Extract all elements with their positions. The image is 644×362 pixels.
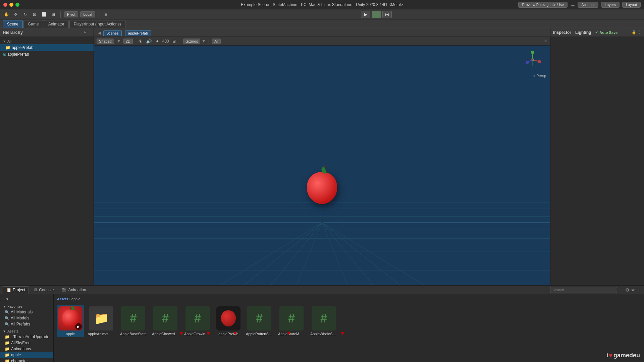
tab-project[interactable]: 📋 Project <box>3 286 29 294</box>
scene-audio-icon[interactable]: 🔊 <box>145 38 153 45</box>
close-button[interactable] <box>3 3 7 7</box>
sidebar-all-prefabs[interactable]: 🔍 All Prefabs <box>0 321 53 327</box>
sidebar-folder-apple[interactable]: 📁 apple <box>0 352 53 358</box>
hierarchy-root-item[interactable]: 📁 applePrefab <box>0 44 94 51</box>
layers-button[interactable]: Layers <box>601 2 620 8</box>
rotate-tool-icon[interactable]: ↻ <box>21 11 29 18</box>
preview-packages-button[interactable]: Preview Packages in Use <box>518 2 568 8</box>
asset-apple-whole[interactable]: # AppleWholeState <box>309 305 338 337</box>
svg-line-20 <box>175 77 322 223</box>
folder-apple-icon: 📁 <box>5 353 10 357</box>
asset-apple[interactable]: ▶ apple <box>57 305 84 337</box>
traffic-lights <box>3 3 19 7</box>
sidebar-folder-character[interactable]: 📁 character <box>0 358 53 362</box>
watermark-heart-icon: ♥ <box>609 352 613 359</box>
bottom-panel-icons: ⚙ ★ ⋮ <box>625 287 641 293</box>
scene-search-icon[interactable]: ✕ <box>544 39 547 44</box>
sidebar-arrow-icon[interactable]: ▼ <box>6 297 9 301</box>
asset-apple-thumb: ▶ <box>58 306 83 330</box>
tab-console[interactable]: 🖥 Console <box>30 287 57 293</box>
console-tab-label: Console <box>39 288 54 292</box>
asset-chewed-thumb: # <box>153 306 177 330</box>
all-models-label: All Models <box>11 316 29 320</box>
account-button[interactable]: Account <box>578 2 598 8</box>
asset-apple-rotten[interactable]: # AppleRottenState <box>245 305 274 337</box>
asset-apple-growing[interactable]: # AppleGrowingSta... <box>183 305 212 337</box>
shaded-button[interactable]: Shaded <box>97 39 114 44</box>
asset-apple-animations[interactable]: 📁 appleAnimations <box>87 305 116 337</box>
tab-playerinput[interactable]: PlayerInput (Input Actions) <box>69 20 125 28</box>
tab-game[interactable]: Game <box>23 20 43 28</box>
subtab-scenes[interactable]: Scenes <box>103 30 122 36</box>
asset-whole-thumb: # <box>312 306 336 330</box>
scene-light-icon[interactable]: ☀ <box>137 38 144 45</box>
inspector-menu-icon[interactable]: ⋮ <box>638 30 641 35</box>
play-overlay-icon[interactable]: ▶ <box>75 323 82 330</box>
local-button[interactable]: Local <box>80 11 95 17</box>
hierarchy-add-icon[interactable]: + <box>84 30 86 35</box>
scene-fx-icon[interactable]: ✦ <box>154 38 161 45</box>
gizmos-button[interactable]: Gizmos <box>183 39 200 44</box>
tab-animator[interactable]: Animator <box>44 20 69 28</box>
bottom-star-icon[interactable]: ★ <box>631 287 635 293</box>
inspector-lock-icon[interactable]: 🔒 <box>632 30 636 35</box>
svg-point-30 <box>538 60 541 63</box>
sidebar-all-models[interactable]: 🔍 All Models <box>0 315 53 321</box>
twod-button[interactable]: 2D <box>123 39 133 44</box>
scene-lighting-tools: ☀ 🔊 ✦ 480 ⊞ <box>137 38 178 45</box>
project-browser: + ▼ ▼ Favorites 🔍 All Materials 🔍 All Mo… <box>0 294 644 362</box>
asset-apple-base-state[interactable]: # AppleBaseState <box>119 305 148 337</box>
shaded-dropdown-icon[interactable]: ▼ <box>117 39 121 44</box>
sidebar-folder-animations[interactable]: 📁 Animations <box>0 346 53 352</box>
sidebar-toolbar: + ▼ <box>0 296 53 302</box>
bottom-settings-icon[interactable]: ⚙ <box>625 287 630 293</box>
lighting-label[interactable]: Lighting <box>575 30 591 35</box>
scale-tool-icon[interactable]: ⊡ <box>31 11 38 18</box>
folder-terrain-icon: 📁 <box>5 335 10 339</box>
sidebar-add-icon[interactable]: + <box>2 297 4 301</box>
gizmos-area: Gizmos ▼ | All <box>183 39 221 44</box>
maximize-button[interactable] <box>15 3 19 7</box>
search-input[interactable] <box>550 287 617 293</box>
gizmos-dropdown-icon[interactable]: ▼ <box>202 39 206 44</box>
play-button[interactable]: ▶ <box>361 11 370 18</box>
bottom-menu-icon[interactable]: ⋮ <box>637 287 641 293</box>
grid-icon[interactable]: ⊞ <box>102 11 110 18</box>
sidebar-all-materials[interactable]: 🔍 All Materials <box>0 309 53 315</box>
assets-link[interactable]: Assets <box>57 297 68 301</box>
minimize-button[interactable] <box>9 3 13 7</box>
asset-base-name: AppleBaseState <box>120 332 147 336</box>
all-button[interactable]: All <box>212 39 221 44</box>
allsky-label: AllSkyFree <box>11 341 31 345</box>
viewport-gizmo[interactable] <box>523 50 546 73</box>
rect-tool-icon[interactable]: ⬜ <box>40 11 48 18</box>
tab-animation[interactable]: 🎬 Animation <box>58 287 89 293</box>
scene-search-area: ✕ <box>544 39 547 44</box>
pause-button[interactable]: ⏸ <box>372 11 381 18</box>
pivot-button[interactable]: Pivot <box>64 11 78 17</box>
asset-apple-statemana[interactable]: # AppleStateMana... <box>277 305 306 337</box>
scene-back-icon[interactable]: ◀ <box>98 31 101 35</box>
move-tool-icon[interactable]: ✥ <box>12 11 19 18</box>
hierarchy-title: Hierarchy <box>3 30 23 35</box>
hierarchy-sub-item[interactable]: ◉ applePrefab <box>0 51 94 58</box>
asset-apple-prefab[interactable]: applePrefab <box>215 305 242 337</box>
tab-scene[interactable]: Scene <box>3 20 23 28</box>
sidebar-folder-terrain[interactable]: 📁 _TerrainAutoUpgrade <box>0 334 53 340</box>
asset-apple-chewed[interactable]: # AppleChewedSta... <box>151 305 180 337</box>
scene-sky-icon[interactable]: 480 <box>162 38 169 45</box>
transform-tool-icon[interactable]: ⊞ <box>50 11 57 18</box>
sidebar-folder-allsky[interactable]: 📁 AllSkyFree <box>0 340 53 346</box>
scene-stats-icon[interactable]: ⊞ <box>170 38 178 45</box>
hierarchy-all[interactable]: ▼ All <box>0 38 94 44</box>
layout-button[interactable]: Layout <box>622 2 641 8</box>
subtab-appleprefab[interactable]: applePrefab <box>125 30 151 36</box>
hand-tool-icon[interactable]: ✋ <box>3 11 10 18</box>
bottom-panel: 📋 Project 🖥 Console 🎬 Animation ⚙ ★ ⋮ + … <box>0 285 644 362</box>
apple-3d-object[interactable] <box>307 172 337 204</box>
inspector-header: Inspector Lighting ✓ Auto Save 🔒 ⋮ <box>550 28 644 37</box>
step-button[interactable]: ⏭ <box>382 11 392 18</box>
hierarchy-menu-icon[interactable]: ⋮ <box>87 30 91 35</box>
asset-rotten-thumb: # <box>247 306 271 330</box>
hash-icon-whole: # <box>320 311 327 325</box>
